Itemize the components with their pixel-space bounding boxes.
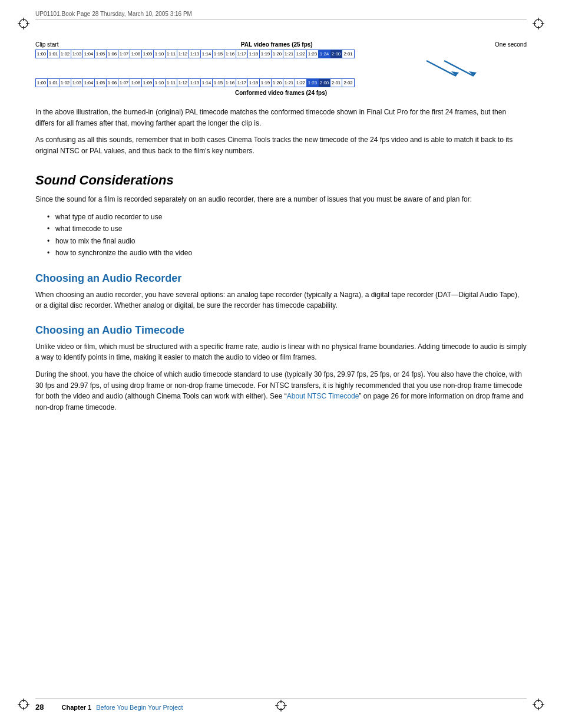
header-bar: UP01101.Book Page 28 Thursday, March 10,… bbox=[35, 11, 527, 19]
bottom-tc-cell: 1:21 bbox=[283, 79, 295, 87]
diagram-labels-row: Clip start PAL video frames (25 fps) One… bbox=[35, 41, 527, 48]
bullet-item: what timecode to use bbox=[47, 223, 527, 235]
corner-mark-bl bbox=[16, 697, 31, 711]
bottom-tc-cell: 1:14 bbox=[201, 79, 213, 87]
content-area: Clip start PAL video frames (25 fps) One… bbox=[35, 41, 527, 693]
top-tc-cell: 1:00 bbox=[36, 50, 48, 58]
top-tc-cell: 1:12 bbox=[177, 50, 189, 58]
top-tc-cell: 1:04 bbox=[83, 50, 95, 58]
top-tc-cell: 1:22 bbox=[295, 50, 307, 58]
diagram-label-right: One second bbox=[495, 41, 527, 48]
top-tc-cell: 1:09 bbox=[142, 50, 154, 58]
audio-timecode-para2: During the shoot, you have the choice of… bbox=[35, 369, 527, 413]
bottom-tc-cell: 1:22 bbox=[295, 79, 307, 87]
top-tc-cell: 1:14 bbox=[201, 50, 213, 58]
top-tc-cell: 1:20 bbox=[272, 50, 283, 58]
top-tc-cell: 1:18 bbox=[248, 50, 260, 58]
audio-recorder-heading: Choosing an Audio Recorder bbox=[35, 272, 527, 285]
header-text: UP01101.Book Page 28 Thursday, March 10,… bbox=[35, 11, 192, 17]
audio-timecode-heading: Choosing an Audio Timecode bbox=[35, 324, 527, 337]
audio-timecode-para1: Unlike video or film, which must be stru… bbox=[35, 341, 527, 363]
top-tc-cell: 1:02 bbox=[59, 50, 71, 58]
top-tc-cell: 1:10 bbox=[154, 50, 166, 58]
diagram-label-center-top: PAL video frames (25 fps) bbox=[241, 41, 313, 48]
diagram-label-left: Clip start bbox=[35, 41, 58, 48]
bottom-tc-cell: 1:00 bbox=[36, 79, 48, 87]
bottom-tc-cell: 1:16 bbox=[224, 79, 236, 87]
bottom-tc-cell: 1:19 bbox=[260, 79, 272, 87]
bottom-tc-cell: 1:01 bbox=[48, 79, 59, 87]
bottom-tc-cell: 2:00 bbox=[319, 79, 330, 87]
bottom-timeline-row: 1:001:011:021:031:041:051:061:071:081:09… bbox=[35, 78, 527, 87]
corner-mark-br bbox=[531, 697, 546, 711]
audio-timecode-link[interactable]: About NTSC Timecode bbox=[287, 392, 359, 400]
corner-mark-tl bbox=[16, 17, 31, 31]
top-tc-cell: 1:23 bbox=[307, 50, 319, 58]
bottom-tc-cell: 1:18 bbox=[248, 79, 260, 87]
bottom-tc-cell: 1:02 bbox=[59, 79, 71, 87]
paragraph1: In the above illustration, the burned-in… bbox=[35, 107, 527, 129]
bottom-tc-cell: 1:20 bbox=[272, 79, 283, 87]
top-tc-cell: 1:21 bbox=[283, 50, 295, 58]
bottom-tc-cell: 1:03 bbox=[71, 79, 83, 87]
audio-recorder-text: When choosing an audio recorder, you hav… bbox=[35, 289, 527, 311]
top-tc-cell: 1:05 bbox=[95, 50, 107, 58]
bottom-tc-cell: 2:01 bbox=[330, 79, 342, 87]
page: UP01101.Book Page 28 Thursday, March 10,… bbox=[0, 0, 562, 728]
bottom-tc-cell: 1:09 bbox=[142, 79, 154, 87]
bottom-tc-cell: 1:08 bbox=[130, 79, 142, 87]
bottom-tc-cell: 1:13 bbox=[189, 79, 201, 87]
paragraph2: As confusing as all this sounds, remembe… bbox=[35, 134, 527, 156]
top-tc-cell: 1:15 bbox=[213, 50, 224, 58]
top-tc-cell: 1:11 bbox=[166, 50, 177, 58]
top-tc-cell: 1:17 bbox=[236, 50, 248, 58]
center-bottom-mark bbox=[274, 699, 288, 715]
top-tc-cell: 1:01 bbox=[48, 50, 59, 58]
bottom-tc-cell: 1:17 bbox=[236, 79, 248, 87]
top-tc-cell: 2:00 bbox=[330, 50, 342, 58]
corner-mark-tr bbox=[531, 17, 546, 31]
bottom-tc-cell: 2:02 bbox=[342, 79, 354, 87]
bottom-tc-cell: 1:04 bbox=[83, 79, 95, 87]
diagram-bottom-label: Conformed video frames (24 fps) bbox=[35, 90, 527, 96]
footer-chapter-link[interactable]: Before You Begin Your Project bbox=[96, 704, 183, 711]
bottom-timeline-cells: 1:001:011:021:031:041:051:061:071:081:09… bbox=[35, 78, 355, 87]
bullet-item: what type of audio recorder to use bbox=[47, 211, 527, 223]
bottom-tc-cell: 1:05 bbox=[95, 79, 107, 87]
bottom-tc-cell: 1:12 bbox=[177, 79, 189, 87]
bullet-item: how to mix the final audio bbox=[47, 235, 527, 247]
bottom-tc-cell: 1:15 bbox=[213, 79, 224, 87]
footer-page-num: 28 bbox=[35, 703, 44, 711]
top-tc-cell: 1:03 bbox=[71, 50, 83, 58]
bottom-tc-cell: 1:10 bbox=[154, 79, 166, 87]
top-tc-cell: 1:16 bbox=[224, 50, 236, 58]
top-tc-cell: 1:07 bbox=[118, 50, 130, 58]
svg-line-22 bbox=[444, 61, 474, 76]
bottom-tc-cell: 1:23 bbox=[307, 79, 319, 87]
top-tc-cell: 1:13 bbox=[189, 50, 201, 58]
svg-line-20 bbox=[427, 61, 456, 76]
footer-chapter-label: Chapter 1 bbox=[61, 704, 91, 711]
top-tc-cell: 2:01 bbox=[342, 50, 354, 58]
bullet-list: what type of audio recorder to usewhat t… bbox=[47, 211, 527, 259]
arrows-svg bbox=[421, 60, 491, 77]
bottom-tc-cell: 1:07 bbox=[118, 79, 130, 87]
sound-heading: Sound Considerations bbox=[35, 173, 527, 188]
top-tc-cell: 1:06 bbox=[107, 50, 118, 58]
top-timeline-row: 1:001:011:021:031:041:051:061:071:081:09… bbox=[35, 50, 527, 58]
bullet-item: how to synchronize the audio with the vi… bbox=[47, 247, 527, 259]
sound-intro: Since the sound for a film is recorded s… bbox=[35, 194, 527, 205]
diagram-container: Clip start PAL video frames (25 fps) One… bbox=[35, 41, 527, 96]
top-tc-cell: 1:24 bbox=[319, 50, 330, 58]
top-tc-cell: 1:08 bbox=[130, 50, 142, 58]
top-tc-cell: 1:19 bbox=[260, 50, 272, 58]
bottom-tc-cell: 1:11 bbox=[166, 79, 177, 87]
top-timeline-cells: 1:001:011:021:031:041:051:061:071:081:09… bbox=[35, 50, 355, 58]
arrow-area bbox=[35, 60, 527, 77]
bottom-tc-cell: 1:06 bbox=[107, 79, 118, 87]
